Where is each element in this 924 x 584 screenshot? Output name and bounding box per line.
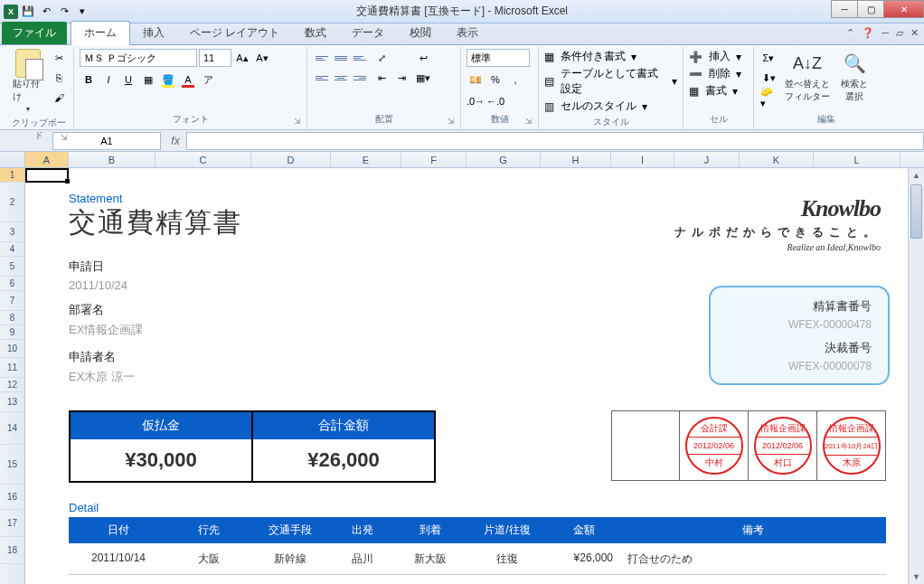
tab-pagelayout[interactable]: ページ レイアウト: [177, 22, 292, 44]
delete-cells-button[interactable]: ➖ 削除 ▾: [689, 66, 741, 81]
bold-button[interactable]: B: [80, 71, 98, 89]
tab-home[interactable]: ホーム: [71, 21, 130, 45]
fx-icon[interactable]: fx: [165, 135, 186, 147]
col-header[interactable]: L: [814, 152, 900, 167]
row-header[interactable]: 4: [0, 242, 24, 257]
cut-icon[interactable]: ✂: [50, 49, 68, 67]
row-header[interactable]: 14: [0, 412, 24, 445]
clear-icon[interactable]: 🧽▾: [759, 89, 778, 107]
tab-review[interactable]: 校閲: [397, 22, 444, 44]
col-header[interactable]: I: [611, 152, 674, 167]
scroll-thumb[interactable]: [910, 184, 922, 239]
formula-bar[interactable]: [186, 132, 924, 150]
format-painter-icon[interactable]: 🖌: [50, 89, 68, 107]
increase-indent-icon[interactable]: ⇥: [392, 69, 410, 87]
font-color-icon[interactable]: A: [179, 71, 197, 89]
tab-formulas[interactable]: 数式: [292, 22, 339, 44]
maximize-button[interactable]: ▢: [857, 0, 884, 18]
scroll-down-icon[interactable]: ▼: [909, 570, 924, 584]
row-header[interactable]: 11: [0, 358, 24, 378]
name-box[interactable]: A1: [52, 132, 161, 150]
align-middle-icon[interactable]: [332, 49, 350, 67]
align-bottom-icon[interactable]: [351, 49, 369, 67]
row-header[interactable]: 10: [0, 340, 24, 358]
row-header[interactable]: 1: [0, 168, 24, 183]
launcher-icon[interactable]: ⇲: [448, 117, 455, 126]
fill-icon[interactable]: ⬇▾: [759, 69, 778, 87]
col-header[interactable]: B: [69, 152, 156, 167]
increase-decimal-icon[interactable]: .0→: [467, 92, 485, 110]
ribbon-minimize-icon[interactable]: ⌃: [846, 27, 854, 39]
fill-color-icon[interactable]: 🪣: [159, 71, 177, 89]
col-header[interactable]: E: [331, 152, 401, 167]
row-header[interactable]: 7: [0, 291, 24, 311]
decrease-indent-icon[interactable]: ⇤: [372, 69, 391, 87]
font-face-combo[interactable]: ＭＳ Ｐゴシック: [80, 49, 197, 67]
find-select-button[interactable]: 🔍 検索と 選択: [837, 49, 872, 105]
col-header[interactable]: H: [541, 152, 611, 167]
paste-button[interactable]: 貼り付け ▾: [9, 49, 46, 115]
row-header[interactable]: 12: [0, 378, 24, 392]
tab-view[interactable]: 表示: [444, 22, 491, 44]
col-header[interactable]: D: [251, 152, 331, 167]
close-button[interactable]: ✕: [883, 0, 924, 18]
excel-icon[interactable]: X: [4, 5, 18, 19]
active-cell[interactable]: [25, 168, 69, 183]
row-header[interactable]: 2: [0, 183, 24, 222]
autosum-icon[interactable]: Σ▾: [759, 49, 778, 67]
row-header[interactable]: 17: [0, 510, 24, 537]
undo-icon[interactable]: ↶: [38, 4, 54, 20]
copy-icon[interactable]: ⎘: [50, 69, 68, 87]
decrease-decimal-icon[interactable]: ←.0: [486, 92, 504, 110]
increase-font-icon[interactable]: A▴: [233, 49, 251, 67]
phonetic-icon[interactable]: ア: [199, 71, 217, 89]
scroll-up-icon[interactable]: ▲: [909, 168, 924, 183]
col-header[interactable]: K: [740, 152, 814, 167]
mdi-close-icon[interactable]: ✕: [910, 27, 919, 39]
select-all-corner[interactable]: [0, 152, 25, 167]
cell-grid[interactable]: Statement 交通費精算書 Knowlbo ナルボだからできること。 Re…: [25, 168, 908, 584]
align-right-icon[interactable]: [351, 69, 369, 87]
mdi-minimize-icon[interactable]: ─: [882, 27, 889, 39]
row-header[interactable]: 18: [0, 537, 24, 564]
border-icon[interactable]: ▦: [139, 71, 157, 89]
row-header[interactable]: 5: [0, 257, 24, 277]
launcher-icon[interactable]: ⇲: [525, 117, 533, 126]
row-header[interactable]: 16: [0, 485, 24, 510]
currency-icon[interactable]: 💴: [467, 71, 485, 89]
merge-center-icon[interactable]: ▦▾: [414, 69, 432, 87]
orientation-icon[interactable]: ⤢: [372, 49, 391, 67]
vertical-scrollbar[interactable]: ▲ ▼: [908, 168, 924, 584]
help-icon[interactable]: ❓: [862, 27, 874, 39]
col-header[interactable]: J: [674, 152, 740, 167]
row-header[interactable]: 15: [0, 445, 24, 485]
sort-filter-button[interactable]: A↓Z 並べ替えと フィルター: [781, 49, 834, 105]
wrap-text-icon[interactable]: ↩: [414, 49, 432, 67]
insert-cells-button[interactable]: ➕ 挿入 ▾: [689, 49, 741, 64]
tab-file[interactable]: ファイル: [2, 22, 67, 44]
launcher-icon[interactable]: ⇲: [61, 133, 68, 142]
col-header[interactable]: A: [25, 152, 69, 167]
col-header[interactable]: C: [156, 152, 251, 167]
tab-data[interactable]: データ: [339, 22, 397, 44]
row-header[interactable]: 6: [0, 277, 24, 291]
align-top-icon[interactable]: [313, 49, 331, 67]
col-header[interactable]: F: [401, 152, 467, 167]
cell-styles-button[interactable]: ▥ セルのスタイル ▾: [544, 99, 647, 114]
conditional-formatting-button[interactable]: ▦ 条件付き書式 ▾: [544, 49, 636, 64]
save-icon[interactable]: 💾: [20, 4, 36, 20]
worksheet[interactable]: 1 2 3 4 5 6 7 8 9 10 11 12 13 14 15 16 1…: [0, 168, 924, 584]
row-header[interactable]: 13: [0, 392, 24, 412]
launcher-icon[interactable]: ⇲: [294, 117, 301, 126]
format-as-table-button[interactable]: ▤ テーブルとして書式設定 ▾: [544, 66, 677, 97]
decrease-font-icon[interactable]: A▾: [253, 49, 271, 67]
font-size-combo[interactable]: 11: [199, 49, 231, 67]
redo-icon[interactable]: ↷: [56, 4, 72, 20]
number-format-combo[interactable]: 標準: [467, 49, 530, 67]
align-left-icon[interactable]: [313, 69, 331, 87]
italic-button[interactable]: I: [99, 71, 118, 89]
format-cells-button[interactable]: ▦ 書式 ▾: [689, 83, 738, 99]
mdi-restore-icon[interactable]: ▱: [896, 27, 903, 39]
underline-button[interactable]: U: [119, 71, 137, 89]
align-center-icon[interactable]: [332, 69, 350, 87]
